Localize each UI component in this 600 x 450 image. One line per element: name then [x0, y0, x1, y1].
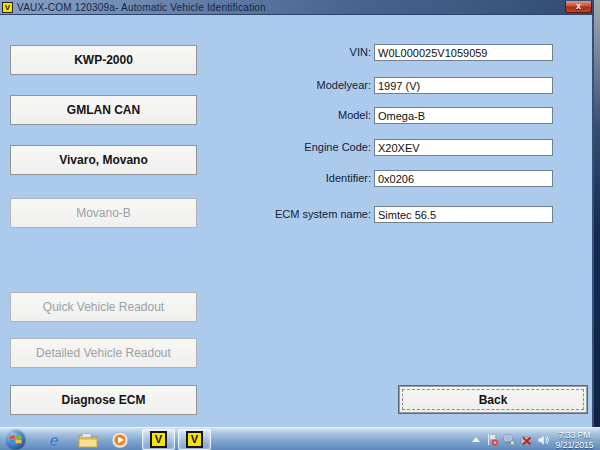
titlebar[interactable]: V VAUX-COM 120309a- Automatic Vehicle Id… [0, 0, 594, 15]
window-client-area: KWP-2000 GMLAN CAN Vivaro, Movano Movano… [0, 15, 594, 427]
taskbar: e V V [0, 427, 600, 450]
identifier-label: Identifier: [230, 170, 374, 187]
identifier-field[interactable] [374, 170, 553, 187]
modelyear-label: Modelyear: [230, 77, 374, 94]
device-error-icon[interactable] [520, 434, 532, 446]
vauxcom-app-icon: V [186, 431, 203, 448]
back-button[interactable]: Back [398, 385, 588, 414]
form-row: Modelyear: [230, 77, 556, 94]
kwp-2000-button[interactable]: KWP-2000 [10, 45, 197, 75]
clock-date: 9/21/2015 [551, 440, 598, 450]
form-row: Engine Code: [230, 139, 556, 156]
window-title: VAUX-COM 120309a- Automatic Vehicle Iden… [17, 2, 266, 13]
windows-explorer-icon[interactable] [76, 431, 100, 449]
form-row: VIN: [230, 44, 556, 61]
windows-flag-icon [9, 433, 22, 446]
screen: V VAUX-COM 120309a- Automatic Vehicle Id… [0, 0, 600, 450]
start-button[interactable] [5, 429, 26, 450]
play-circle-icon [111, 431, 129, 449]
engine-code-field[interactable] [374, 139, 553, 156]
form-row: Identifier: [230, 170, 556, 187]
volume-icon[interactable] [537, 434, 550, 446]
media-player-icon[interactable] [108, 431, 132, 449]
vin-label: VIN: [230, 44, 374, 61]
form-row: Model: [230, 107, 556, 124]
network-icon[interactable] [503, 434, 515, 446]
show-hidden-icons-icon[interactable] [472, 437, 480, 442]
vin-field[interactable] [374, 44, 553, 61]
action-center-icon[interactable] [487, 433, 498, 446]
close-button[interactable]: x [565, 1, 592, 13]
modelyear-field[interactable] [374, 77, 553, 94]
app-window: V VAUX-COM 120309a- Automatic Vehicle Id… [0, 0, 594, 427]
ie-e-glyph: e [49, 432, 58, 449]
system-tray [472, 428, 550, 450]
detailed-vehicle-readout-button: Detailed Vehicle Readout [10, 338, 197, 368]
form-row: ECM system name: [230, 206, 556, 223]
folder-icon [78, 432, 98, 448]
ecm-system-name-field[interactable] [374, 206, 553, 223]
clock-time: 7:33 PM [551, 430, 598, 440]
engine-code-label: Engine Code: [230, 139, 374, 156]
movano-b-button: Movano-B [10, 198, 197, 228]
quick-vehicle-readout-button: Quick Vehicle Readout [10, 292, 197, 322]
internet-explorer-icon[interactable]: e [42, 431, 66, 449]
app-icon: V [2, 2, 13, 13]
diagnose-ecm-button[interactable]: Diagnose ECM [10, 385, 197, 415]
back-button-label: Back [479, 393, 508, 407]
model-label: Model: [230, 107, 374, 124]
model-field[interactable] [374, 107, 553, 124]
gmlan-can-button[interactable]: GMLAN CAN [10, 95, 197, 125]
vauxcom-app-icon: V [150, 431, 167, 448]
vivaro-movano-button[interactable]: Vivaro, Movano [10, 145, 197, 175]
vauxcom-taskbar-button[interactable]: V [142, 429, 175, 450]
vauxcom-taskbar-button[interactable]: V [178, 429, 211, 450]
clock[interactable]: 7:33 PM 9/21/2015 [551, 430, 598, 450]
ecm-system-name-label: ECM system name: [230, 206, 374, 223]
